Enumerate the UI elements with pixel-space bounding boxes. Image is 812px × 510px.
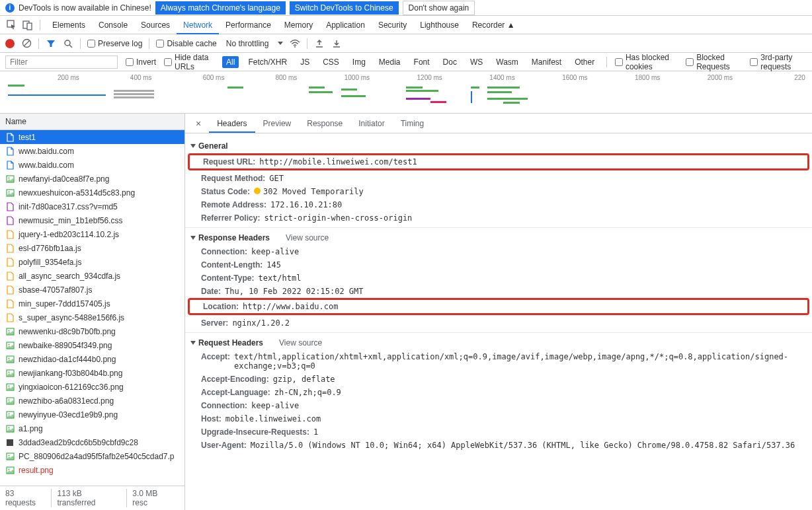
main-tab-lighthouse[interactable]: Lighthouse [413,17,466,34]
request-row[interactable]: yingxiaoicon-612169cc36.png [0,380,184,394]
filter-chip-ws[interactable]: WS [466,56,487,68]
wifi-icon[interactable] [290,38,300,49]
inspect-element-icon[interactable] [5,18,19,32]
request-row[interactable]: jquery-1-edb203c114.10.2.js [0,227,184,241]
third-party-checkbox[interactable]: 3rd-party requests [750,53,807,71]
img-file-icon [5,188,15,198]
filter-chip-fetchxhr[interactable]: Fetch/XHR [244,56,291,68]
img-file-icon [5,327,15,336]
request-row[interactable]: min_super-7ddd157405.js [0,297,184,310]
section-header[interactable]: General [185,139,812,153]
throttling-select[interactable]: No throttling [223,38,272,50]
detail-tab-initiator[interactable]: Initiator [350,115,392,132]
preserve-log-checkbox[interactable]: Preserve log [87,39,142,48]
request-row[interactable]: newmusic_min_1b1ebf56.css [0,213,184,227]
request-row[interactable]: newxueshuicon-a5314d5c83.png [0,186,184,200]
main-tab-recorder[interactable]: Recorder ▲ [466,17,522,34]
view-source-link[interactable]: View source [286,233,329,242]
svg-point-30 [8,455,9,456]
section-header[interactable]: Request HeadersView source [185,336,812,350]
filter-chip-other[interactable]: Other [571,56,598,68]
request-row[interactable]: result.png [0,463,184,477]
request-row[interactable]: all_async_search_934cdfa.js [0,269,184,283]
header-key: Accept: [201,352,230,371]
request-row[interactable]: www.baidu.com [0,144,184,158]
main-tab-elements[interactable]: Elements [46,17,92,34]
disable-cache-checkbox[interactable]: Disable cache [156,39,216,48]
timeline-overview[interactable]: 200 ms400 ms600 ms800 ms1000 ms1200 ms14… [0,71,812,114]
request-row[interactable]: newzhidao-da1cf444b0.png [0,352,184,366]
request-row[interactable]: newbaike-889054f349.png [0,338,184,352]
separator [149,38,149,49]
filter-input[interactable] [5,55,118,69]
main-tab-performance[interactable]: Performance [219,17,278,34]
search-icon[interactable] [63,38,73,49]
filter-chip-doc[interactable]: Doc [439,56,461,68]
invert-checkbox[interactable]: Invert [126,57,156,67]
header-key: User-Agent: [201,441,247,450]
time-mark: 200 ms [7,74,79,81]
request-row[interactable]: esl-d776bfb1aa.js [0,241,184,255]
request-name: newwenku-d8c9b7b0fb.png [19,327,116,336]
filter-chip-font[interactable]: Font [410,56,434,68]
filter-chip-media[interactable]: Media [375,56,405,68]
clear-icon[interactable] [21,38,32,49]
filter-chip-wasm[interactable]: Wasm [492,56,522,68]
close-icon[interactable]: × [190,116,206,131]
device-toolbar-icon[interactable] [21,18,34,32]
request-row[interactable]: s_super_async-5488e156f6.js [0,310,184,324]
name-column-header[interactable]: Name [0,114,184,130]
main-tab-console[interactable]: Console [92,17,134,34]
detail-tab-response[interactable]: Response [299,115,350,132]
record-icon[interactable] [5,39,15,48]
request-row[interactable]: init-7d80ace317.css?v=md5 [0,200,184,213]
js-file-icon [5,230,15,239]
img-file-icon [5,369,15,378]
detail-tab-timing[interactable]: Timing [393,115,432,132]
main-tab-memory[interactable]: Memory [278,17,319,34]
main-tab-sources[interactable]: Sources [134,17,177,34]
main-tab-network[interactable]: Network [177,17,219,34]
view-source-link[interactable]: View source [279,338,322,347]
time-mark: 1600 ms [515,74,588,81]
request-row[interactable]: a1.png [0,421,184,435]
request-row[interactable]: sbase-47057af807.js [0,283,184,297]
header-row: Content-Length:145 [185,258,812,272]
separator [38,38,39,49]
request-row[interactable]: newyinyue-03ecd1e9b9.png [0,408,184,421]
request-name: polyfill_9354efa.js [19,258,81,267]
filter-chip-img[interactable]: Img [348,56,370,68]
header-value: 1 [313,427,318,437]
main-tab-application[interactable]: Application [319,17,372,34]
banner-dismiss-button[interactable]: Don't show again [403,1,475,15]
filter-chip-manifest[interactable]: Manifest [528,56,565,68]
svg-line-6 [69,45,72,48]
detail-tab-headers[interactable]: Headers [209,115,255,132]
download-icon[interactable] [331,38,342,49]
chevron-down-icon[interactable] [278,42,283,45]
upload-icon[interactable] [314,38,325,49]
section-header[interactable]: Response HeadersView source [185,231,812,245]
filter-icon[interactable] [46,38,56,49]
blocked-cookies-checkbox[interactable]: Has blocked cookies [615,53,678,71]
banner-always-match-button[interactable]: Always match Chrome's language [155,1,286,15]
request-row[interactable]: polyfill_9354efa.js [0,255,184,269]
request-row[interactable]: PC_880906d2a4ad95f5fafb2e540c5cdad7.p [0,449,184,463]
filter-chip-all[interactable]: All [222,56,239,68]
blocked-requests-checkbox[interactable]: Blocked Requests [686,53,742,71]
request-row[interactable]: www.baidu.com [0,158,184,172]
request-row[interactable]: 3ddad3ead2b9cdc6b5b9cbfd9c28 [0,435,184,449]
main-tab-security[interactable]: Security [372,17,413,34]
request-row[interactable]: newjiankang-f03b804b4b.png [0,366,184,380]
main-tab-bar: ElementsConsoleSourcesNetworkPerformance… [0,16,812,34]
filter-chip-css[interactable]: CSS [319,56,343,68]
request-row[interactable]: newwenku-d8c9b7b0fb.png [0,324,184,338]
request-row[interactable]: newfanyi-da0cea8f7e.png [0,172,184,186]
request-list[interactable]: test1www.baidu.comwww.baidu.comnewfanyi-… [0,130,184,486]
request-row[interactable]: test1 [0,130,184,144]
hide-data-urls-checkbox[interactable]: Hide data URLs [164,53,214,71]
request-row[interactable]: newzhibo-a6a0831ecd.png [0,394,184,408]
filter-chip-js[interactable]: JS [296,56,313,68]
banner-switch-button[interactable]: Switch DevTools to Chinese [290,1,399,15]
detail-tab-preview[interactable]: Preview [255,115,300,132]
